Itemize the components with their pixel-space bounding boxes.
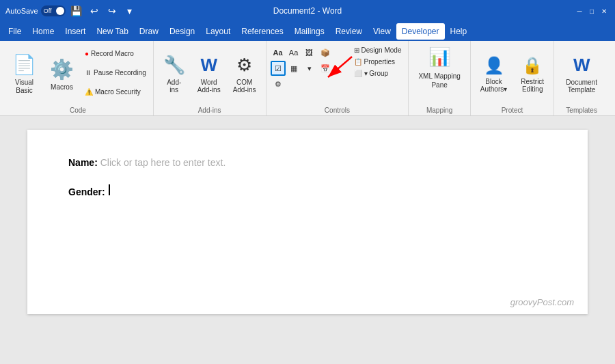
restrict-editing-label: RestrictEditing: [521, 78, 544, 93]
block-authors-button[interactable]: 👤 BlockAuthors▾: [475, 51, 512, 98]
pause-recording-button[interactable]: ⏸ Pause Recording: [82, 68, 149, 78]
name-line: Name: Click or tap here to enter text.: [68, 157, 547, 168]
toggle-state: Off: [44, 8, 52, 14]
empty1: [333, 45, 348, 60]
document-template-label: DocumentTemplate: [566, 79, 597, 94]
menu-file[interactable]: File: [3, 23, 27, 40]
rich-text-ctrl[interactable]: Aa: [271, 45, 286, 60]
empty2: [333, 61, 348, 76]
menu-review[interactable]: Review: [330, 23, 368, 40]
legacy-ctrl[interactable]: ⚙: [271, 76, 286, 92]
text-cursor: [109, 184, 110, 195]
title-bar-left: AutoSave Off 💾 ↩ ↪ ▾: [5, 4, 137, 18]
menu-home[interactable]: Home: [27, 23, 59, 40]
word-add-ins-icon: W: [200, 55, 217, 76]
design-mode-label: Design Mode: [361, 46, 402, 54]
date-picker-ctrl[interactable]: 📅: [318, 61, 333, 76]
autosave-toggle[interactable]: Off: [41, 5, 66, 16]
group-button[interactable]: ⬜ ▾ Group: [351, 68, 405, 79]
document-page[interactable]: Name: Click or tap here to enter text. G…: [27, 130, 588, 314]
templates-group-label: Templates: [554, 107, 609, 114]
redo-icon[interactable]: ↪: [105, 4, 119, 18]
ribbon-group-addins: 🔧 Add-ins W WordAdd-ins ⚙ COMAdd-ins Add…: [154, 41, 266, 115]
record-macro-label: Record Macro: [91, 50, 134, 57]
visual-basic-icon: 📄: [12, 53, 36, 76]
macro-security-label: Macro Security: [95, 88, 141, 96]
empty3: [286, 76, 301, 92]
autosave-label: AutoSave: [5, 7, 38, 15]
menu-draw[interactable]: Draw: [134, 23, 164, 40]
menu-developer[interactable]: Developer: [396, 23, 445, 40]
word-add-ins-label: WordAdd-ins: [197, 79, 221, 94]
record-macro-icon: ●: [85, 50, 89, 57]
minimize-button[interactable]: ─: [574, 5, 585, 16]
menu-layout[interactable]: Layout: [200, 23, 236, 40]
menu-newtab[interactable]: New Tab: [91, 23, 133, 40]
properties-icon: 📋: [354, 58, 362, 66]
properties-button[interactable]: 📋 Properties: [351, 57, 405, 67]
document-area: Name: Click or tap here to enter text. G…: [0, 116, 615, 364]
empty6: [333, 76, 348, 92]
xml-mapping-icon: 📊: [428, 46, 450, 68]
drop-down-ctrl[interactable]: ▾: [302, 61, 317, 76]
record-macro-button[interactable]: ● Record Macro: [82, 48, 149, 59]
checkbox-ctrl[interactable]: ☑: [271, 61, 286, 76]
code-group-label: Code: [3, 107, 153, 114]
addins-group-label: Add-ins: [154, 107, 266, 114]
document-template-icon: W: [573, 55, 590, 76]
macro-security-button[interactable]: ⚠️ Macro Security: [82, 87, 149, 97]
empty4: [302, 76, 317, 92]
protect-group-label: Protect: [471, 107, 554, 114]
macros-button[interactable]: ⚙️ Macros: [44, 44, 79, 104]
picture-ctrl[interactable]: 🖼: [302, 45, 317, 60]
ribbon-group-controls: Aa Aa 🖼 📦 ☑ ▦ ▾ 📅 ⚙ ⊞: [266, 41, 409, 115]
combo-box-ctrl[interactable]: ▦: [286, 61, 301, 76]
add-ins-icon: 🔧: [163, 55, 185, 76]
name-label: Name:: [68, 157, 98, 168]
menu-help[interactable]: Help: [445, 23, 473, 40]
xml-mapping-label: XML MappingPane: [418, 72, 460, 89]
group-icon: ⬜: [354, 70, 362, 77]
gender-label: Gender:: [68, 186, 105, 197]
ribbon-group-protect: 👤 BlockAuthors▾ 🔒 RestrictEditing Protec…: [471, 41, 554, 115]
design-mode-icon: ⊞: [354, 46, 359, 54]
undo-icon[interactable]: ↩: [87, 4, 101, 18]
com-add-ins-button[interactable]: ⚙ COMAdd-ins: [228, 51, 262, 98]
ribbon-group-code: 📄 VisualBasic ⚙️ Macros ● Record Macro ⏸…: [3, 41, 154, 115]
restrict-editing-button[interactable]: 🔒 RestrictEditing: [515, 51, 549, 98]
watermark: groovyPost.com: [510, 297, 574, 307]
menu-design[interactable]: Design: [164, 23, 200, 40]
empty5: [318, 76, 333, 92]
plain-text-ctrl[interactable]: Aa: [286, 45, 301, 60]
menu-insert[interactable]: Insert: [59, 23, 91, 40]
mapping-group-label: Mapping: [409, 107, 469, 114]
add-ins-label: Add-ins: [167, 79, 181, 94]
customize-icon[interactable]: ▾: [123, 4, 137, 18]
design-mode-button[interactable]: ⊞ Design Mode: [351, 45, 405, 55]
add-ins-button[interactable]: 🔧 Add-ins: [158, 51, 191, 98]
block-authors-label: BlockAuthors▾: [480, 78, 507, 93]
word-add-ins-button[interactable]: W WordAdd-ins: [192, 51, 226, 98]
com-add-ins-icon: ⚙: [236, 55, 252, 76]
block-authors-icon: 👤: [484, 56, 504, 75]
macro-security-icon: ⚠️: [85, 88, 93, 96]
close-button[interactable]: ✕: [599, 5, 610, 16]
menu-bar: File Home Insert New Tab Draw Design Lay…: [0, 22, 615, 41]
macros-icon: ⚙️: [50, 58, 74, 81]
maximize-button[interactable]: □: [586, 5, 597, 16]
macros-label: Macros: [51, 83, 73, 91]
visual-basic-button[interactable]: 📄 VisualBasic: [7, 44, 42, 104]
name-placeholder[interactable]: Click or tap here to enter text.: [100, 157, 226, 168]
menu-mailings[interactable]: Mailings: [289, 23, 330, 40]
window-title: Document2 - Word: [273, 6, 342, 16]
menu-view[interactable]: View: [368, 23, 396, 40]
document-template-button[interactable]: W DocumentTemplate: [560, 51, 603, 98]
pause-recording-label: Pause Recording: [94, 69, 146, 76]
properties-label: Properties: [364, 58, 396, 66]
title-bar: AutoSave Off 💾 ↩ ↪ ▾ Document2 - Word ─ …: [0, 0, 615, 22]
xml-mapping-button[interactable]: 📊 XML MappingPane: [413, 44, 465, 114]
menu-references[interactable]: References: [236, 23, 288, 40]
building-block-ctrl[interactable]: 📦: [318, 45, 333, 60]
save-icon[interactable]: 💾: [70, 4, 83, 18]
ribbon: 📄 VisualBasic ⚙️ Macros ● Record Macro ⏸…: [0, 41, 615, 116]
